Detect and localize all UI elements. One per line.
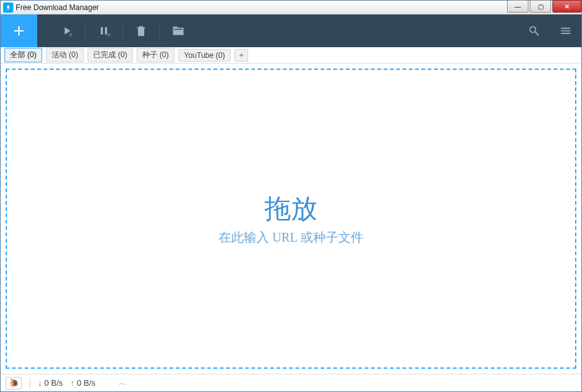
svg-point-0 <box>69 33 71 35</box>
tab-completed[interactable]: 已完成 (0) <box>88 48 133 62</box>
tab-youtube[interactable]: YouTube (0) <box>178 49 231 62</box>
speed-details-toggle[interactable]: ︿ <box>118 378 126 388</box>
svg-point-7 <box>109 35 110 36</box>
tab-label: 种子 (0) <box>142 50 169 60</box>
tab-torrents[interactable]: 种子 (0) <box>137 48 174 62</box>
status-bar: 🐌 ↓ 0 B/s ↑ 0 B/s ︿ <box>1 374 581 391</box>
svg-point-3 <box>71 35 72 36</box>
delete-button[interactable] <box>123 14 159 47</box>
start-button[interactable] <box>48 14 85 47</box>
snail-mode-button[interactable]: 🐌 <box>6 377 22 389</box>
dropzone[interactable]: 拖放 在此输入 URL 或种子文件 <box>6 69 576 369</box>
tab-label: YouTube (0) <box>184 51 225 60</box>
open-folder-button[interactable] <box>160 14 197 47</box>
svg-point-2 <box>69 35 71 36</box>
add-tab-button[interactable]: + <box>234 49 248 62</box>
window-title: Free Download Manager <box>16 3 99 12</box>
svg-point-4 <box>108 33 109 35</box>
pause-button[interactable] <box>86 14 122 47</box>
filter-tabs: 全部 (0) 活动 (0) 已完成 (0) 种子 (0) YouTube (0)… <box>1 47 581 64</box>
add-download-button[interactable] <box>1 14 37 47</box>
svg-point-1 <box>71 33 72 35</box>
arrow-up-icon: ↑ <box>71 378 75 388</box>
dropzone-subtitle: 在此输入 URL 或种子文件 <box>219 229 363 246</box>
titlebar[interactable]: Free Download Manager <box>1 1 581 14</box>
dropzone-title: 拖放 <box>265 191 317 227</box>
download-speed: ↓ 0 B/s <box>38 378 63 388</box>
svg-point-6 <box>108 35 109 36</box>
main-area: 拖放 在此输入 URL 或种子文件 <box>1 64 581 374</box>
tab-label: 已完成 (0) <box>93 50 127 60</box>
upload-speed: ↑ 0 B/s <box>71 378 96 388</box>
download-speed-value: 0 B/s <box>44 378 63 388</box>
plus-icon: + <box>239 51 244 60</box>
arrow-down-icon: ↓ <box>38 378 42 388</box>
search-button[interactable] <box>518 25 550 37</box>
maximize-button[interactable] <box>530 0 551 13</box>
tab-active[interactable]: 活动 (0) <box>46 48 84 62</box>
svg-point-5 <box>109 33 110 35</box>
menu-button[interactable] <box>550 25 581 37</box>
snail-icon: 🐌 <box>9 378 19 388</box>
upload-speed-value: 0 B/s <box>77 378 96 388</box>
app-icon <box>3 3 13 13</box>
minimize-button[interactable] <box>507 0 528 13</box>
tab-all[interactable]: 全部 (0) <box>4 48 42 62</box>
tab-label: 活动 (0) <box>52 50 78 60</box>
app-window: Free Download Manager <box>0 0 582 392</box>
main-toolbar <box>1 14 581 47</box>
tab-label: 全部 (0) <box>10 50 37 60</box>
close-button[interactable] <box>552 0 581 13</box>
